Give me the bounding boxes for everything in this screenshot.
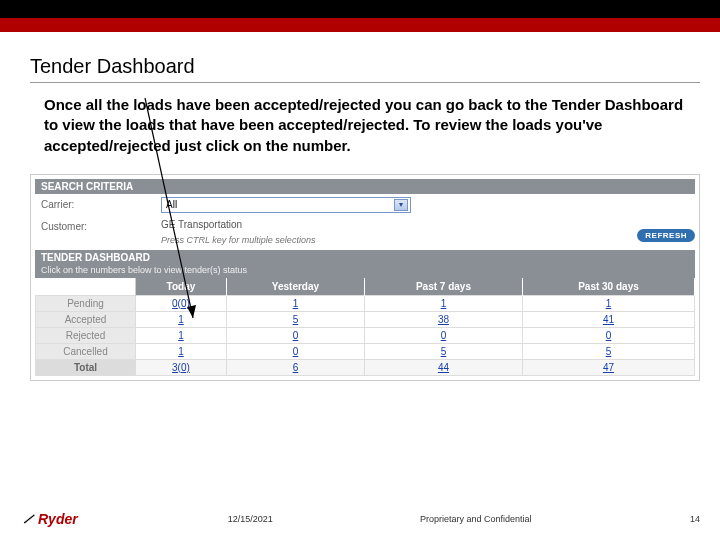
tender-table: Today Yesterday Past 7 days Past 30 days…	[35, 278, 695, 376]
footer: ⟋ Ryder 12/15/2021 Proprietary and Confi…	[20, 510, 700, 528]
col-yesterday: Yesterday	[226, 278, 364, 296]
customer-hint-row: Press CTRL key for multiple selections	[35, 235, 695, 248]
total-past30-link[interactable]: 47	[603, 362, 614, 373]
row-label-total: Total	[36, 359, 136, 375]
col-today: Today	[136, 278, 227, 296]
carrier-select-value: All	[166, 199, 177, 210]
carrier-row: Carrier: All ▾	[35, 194, 695, 216]
accepted-today-link[interactable]: 1	[178, 314, 184, 325]
pending-past30-link[interactable]: 1	[606, 298, 612, 309]
col-past30: Past 30 days	[522, 278, 694, 296]
refresh-wrap: REFRESH	[637, 229, 695, 240]
row-label-cancelled: Cancelled	[36, 343, 136, 359]
table-row: Pending 0(0) 1 1 1	[36, 295, 695, 311]
tender-dashboard-sub: Click on the numbers below to view tende…	[35, 264, 695, 278]
total-past7-link[interactable]: 44	[438, 362, 449, 373]
dashboard-panel: SEARCH CRITERIA Carrier: All ▾ Customer:…	[30, 174, 700, 381]
page-title: Tender Dashboard	[30, 55, 700, 83]
cancelled-past30-link[interactable]: 5	[606, 346, 612, 357]
customer-label: Customer:	[41, 219, 151, 232]
table-row: Rejected 1 0 0 0	[36, 327, 695, 343]
logo-text: Ryder	[38, 511, 78, 527]
tender-dashboard-header: TENDER DASHBOARD	[35, 250, 695, 265]
cancelled-yesterday-link[interactable]: 0	[293, 346, 299, 357]
rejected-today-link[interactable]: 1	[178, 330, 184, 341]
accepted-past30-link[interactable]: 41	[603, 314, 614, 325]
pending-past7-link[interactable]: 1	[441, 298, 447, 309]
rejected-yesterday-link[interactable]: 0	[293, 330, 299, 341]
search-criteria-header: SEARCH CRITERIA	[35, 179, 695, 194]
pending-today-link[interactable]: 0(0)	[172, 298, 190, 309]
ryder-logo: ⟋ Ryder	[20, 510, 78, 528]
customer-value: GE Transportation	[161, 219, 689, 230]
carrier-field-wrap: All ▾	[161, 197, 689, 213]
accepted-yesterday-link[interactable]: 5	[293, 314, 299, 325]
logo-mark-icon: ⟋	[20, 510, 36, 528]
table-row: Accepted 1 5 38 41	[36, 311, 695, 327]
footer-date: 12/15/2021	[78, 514, 420, 524]
footer-confidential: Proprietary and Confidential	[420, 514, 670, 524]
accepted-past7-link[interactable]: 38	[438, 314, 449, 325]
multi-select-hint: Press CTRL key for multiple selections	[161, 235, 689, 245]
table-row: Cancelled 1 0 5 5	[36, 343, 695, 359]
rejected-past30-link[interactable]: 0	[606, 330, 612, 341]
pending-yesterday-link[interactable]: 1	[293, 298, 299, 309]
total-today-link[interactable]: 3(0)	[172, 362, 190, 373]
cancelled-past7-link[interactable]: 5	[441, 346, 447, 357]
customer-row: Customer: GE Transportation	[35, 216, 695, 235]
row-label-accepted: Accepted	[36, 311, 136, 327]
carrier-label: Carrier:	[41, 197, 151, 210]
rejected-past7-link[interactable]: 0	[441, 330, 447, 341]
col-blank	[36, 278, 136, 296]
row-label-rejected: Rejected	[36, 327, 136, 343]
top-red-bar	[0, 18, 720, 32]
carrier-select[interactable]: All ▾	[161, 197, 411, 213]
footer-page-number: 14	[670, 514, 700, 524]
page-content: Tender Dashboard Once all the loads have…	[30, 55, 700, 381]
row-label-pending: Pending	[36, 295, 136, 311]
refresh-button[interactable]: REFRESH	[637, 229, 695, 242]
top-black-bar	[0, 0, 720, 18]
cancelled-today-link[interactable]: 1	[178, 346, 184, 357]
col-past7: Past 7 days	[365, 278, 523, 296]
chevron-down-icon: ▾	[394, 199, 408, 211]
total-yesterday-link[interactable]: 6	[293, 362, 299, 373]
instruction-text: Once all the loads have been accepted/re…	[30, 95, 700, 156]
table-row-total: Total 3(0) 6 44 47	[36, 359, 695, 375]
